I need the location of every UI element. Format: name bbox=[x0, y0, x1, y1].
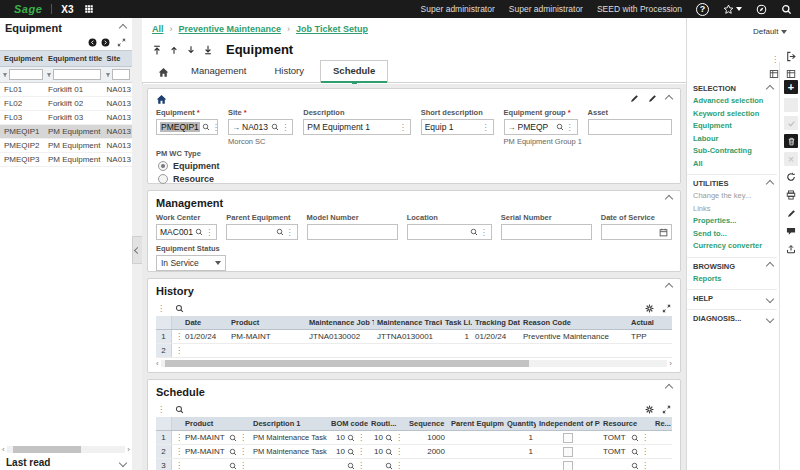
col-actual[interactable]: Actual bbox=[628, 318, 672, 327]
schedule-row[interactable]: 2 PM-MAINT PM Maintenance Task 10 10 200… bbox=[156, 445, 672, 459]
model-number-field[interactable] bbox=[307, 224, 398, 240]
parent-equipment-field[interactable] bbox=[226, 224, 297, 240]
collapse-left-panel-icon[interactable] bbox=[119, 24, 127, 32]
lookup-icon[interactable] bbox=[276, 228, 284, 236]
lookup-icon[interactable] bbox=[631, 462, 639, 470]
lookup-icon[interactable] bbox=[347, 448, 355, 456]
equipment-status-select[interactable]: In Service bbox=[156, 255, 226, 271]
last-read-expand-icon[interactable] bbox=[119, 458, 127, 466]
col-maintenance-tracking[interactable]: Maintenance Trackin... bbox=[374, 318, 442, 327]
view-selector[interactable]: Default bbox=[753, 27, 787, 36]
sidebar-item-currency-converter[interactable]: Currency converter bbox=[693, 240, 773, 253]
endpoint-menu[interactable]: SEED with Procession bbox=[597, 4, 682, 14]
col-equipment-title[interactable]: Equipment title bbox=[44, 51, 103, 66]
independent-checkbox[interactable] bbox=[563, 433, 573, 443]
field-options-icon[interactable] bbox=[286, 227, 294, 237]
panel-menu-icon[interactable] bbox=[771, 54, 779, 64]
exit-icon[interactable] bbox=[786, 51, 797, 62]
site-field[interactable]: NA013 bbox=[228, 119, 293, 135]
col-maintenance-job-ticket[interactable]: Maintenance Job Tick... bbox=[306, 318, 374, 327]
edit-pencil-icon[interactable] bbox=[648, 94, 657, 103]
refresh-icon[interactable] bbox=[784, 170, 798, 184]
filter-title-input[interactable] bbox=[53, 69, 101, 80]
field-options-icon[interactable] bbox=[281, 122, 289, 132]
sidebar-item-send-to[interactable]: Send to... bbox=[693, 228, 773, 241]
lookup-icon[interactable] bbox=[202, 123, 210, 131]
breadcrumb-all[interactable]: All bbox=[152, 24, 164, 34]
radio-resource[interactable]: Resource bbox=[158, 174, 672, 184]
date-of-service-field[interactable] bbox=[601, 224, 672, 240]
tab-management[interactable]: Management bbox=[179, 61, 258, 82]
list-item[interactable]: FL03Forklift 03NA013 bbox=[0, 111, 132, 125]
lookup-icon[interactable] bbox=[229, 434, 237, 442]
collapse-history-icon[interactable] bbox=[665, 283, 673, 291]
table-settings-gear-icon[interactable] bbox=[645, 405, 654, 414]
collapse-schedule-icon[interactable] bbox=[665, 384, 673, 392]
lookup-icon[interactable] bbox=[271, 123, 279, 131]
sidebar-item-keyword-selection[interactable]: Keyword selection bbox=[693, 108, 773, 121]
col-parent-equipment[interactable]: Parent Equipment bbox=[448, 419, 504, 428]
col-site[interactable]: Site bbox=[103, 51, 132, 66]
list-item-selected[interactable]: PMEQIP1PM Equipment 1NA013 bbox=[0, 125, 132, 139]
col-resource[interactable]: Resource bbox=[600, 419, 652, 428]
location-field[interactable] bbox=[407, 224, 492, 240]
left-panel-hscrollbar[interactable] bbox=[2, 445, 130, 453]
user-menu[interactable]: Super administrator bbox=[421, 4, 495, 14]
collapse-selection-icon[interactable] bbox=[766, 84, 774, 92]
col-quantity[interactable]: Quantity bbox=[504, 419, 536, 428]
export-icon[interactable] bbox=[784, 242, 798, 256]
lookup-icon[interactable] bbox=[556, 123, 564, 131]
table-expand-icon[interactable] bbox=[662, 304, 671, 313]
filter-site-input[interactable] bbox=[112, 69, 130, 80]
sidebar-item-advanced-selection[interactable]: Advanced selection bbox=[693, 95, 773, 108]
sidebar-item-reports[interactable]: Reports bbox=[693, 273, 773, 286]
field-options-icon[interactable] bbox=[482, 122, 490, 132]
schedule-row[interactable]: 1 PM-MAINT PM Maintenance Task 10 10 100… bbox=[156, 431, 672, 445]
favorites-icon[interactable] bbox=[723, 4, 742, 15]
history-hscrollbar[interactable] bbox=[156, 359, 672, 367]
expand-diagnosis-icon[interactable] bbox=[766, 314, 774, 322]
sidebar-item-labour[interactable]: Labour bbox=[693, 133, 773, 146]
lookup-icon[interactable] bbox=[229, 462, 237, 470]
next-record-icon[interactable] bbox=[186, 45, 196, 55]
filter-icon[interactable] bbox=[2, 72, 8, 78]
first-record-icon[interactable] bbox=[152, 45, 162, 55]
lookup-icon[interactable] bbox=[385, 462, 393, 470]
expand-list-icon[interactable] bbox=[117, 38, 126, 47]
attachment-pencil-icon[interactable] bbox=[784, 206, 798, 220]
collapse-identity-icon[interactable] bbox=[665, 94, 673, 102]
print-icon[interactable] bbox=[784, 188, 798, 202]
lookup-icon[interactable] bbox=[347, 434, 355, 442]
table-search-icon[interactable] bbox=[175, 304, 184, 313]
sidebar-item-properties[interactable]: Properties... bbox=[693, 215, 773, 228]
col-equipment[interactable]: Equipment bbox=[0, 51, 44, 66]
table-menu-icon[interactable] bbox=[157, 303, 165, 313]
filter-equipment-input[interactable] bbox=[9, 69, 43, 80]
lookup-icon[interactable] bbox=[195, 228, 203, 236]
navigation-compass-icon[interactable] bbox=[756, 4, 767, 15]
global-search-icon[interactable] bbox=[781, 4, 792, 15]
asset-field[interactable] bbox=[588, 119, 672, 135]
col-product[interactable]: Product bbox=[228, 318, 306, 327]
col-independent-of-parent[interactable]: Independent of Parent bbox=[536, 419, 600, 428]
field-options-icon[interactable] bbox=[205, 227, 213, 237]
schedule-row[interactable]: 3 bbox=[156, 459, 672, 470]
radio-equipment[interactable]: Equipment bbox=[158, 161, 672, 171]
list-item[interactable]: FL02Forklift 02NA013 bbox=[0, 97, 132, 111]
table-search-icon[interactable] bbox=[175, 405, 184, 414]
lookup-icon[interactable] bbox=[631, 434, 639, 442]
previous-page-icon[interactable] bbox=[88, 38, 97, 47]
expand-help-icon[interactable] bbox=[766, 294, 774, 302]
col-tracking-date[interactable]: Tracking Date bbox=[472, 318, 520, 327]
tab-schedule[interactable]: Schedule bbox=[320, 60, 388, 82]
equipment-group-field[interactable]: PMEQP bbox=[504, 119, 578, 135]
field-options-icon[interactable] bbox=[399, 122, 407, 132]
lookup-icon[interactable] bbox=[385, 448, 393, 456]
list-item[interactable]: FL01Forklift 01NA013 bbox=[0, 83, 132, 97]
collapse-browsing-icon[interactable] bbox=[766, 262, 774, 270]
role-menu[interactable]: Super administrator bbox=[509, 4, 583, 14]
col-description-1[interactable]: Description 1 bbox=[250, 419, 328, 428]
table-expand-icon[interactable] bbox=[662, 405, 671, 414]
table-settings-gear-icon[interactable] bbox=[645, 304, 654, 313]
short-description-field[interactable]: Equip 1 bbox=[421, 119, 494, 135]
